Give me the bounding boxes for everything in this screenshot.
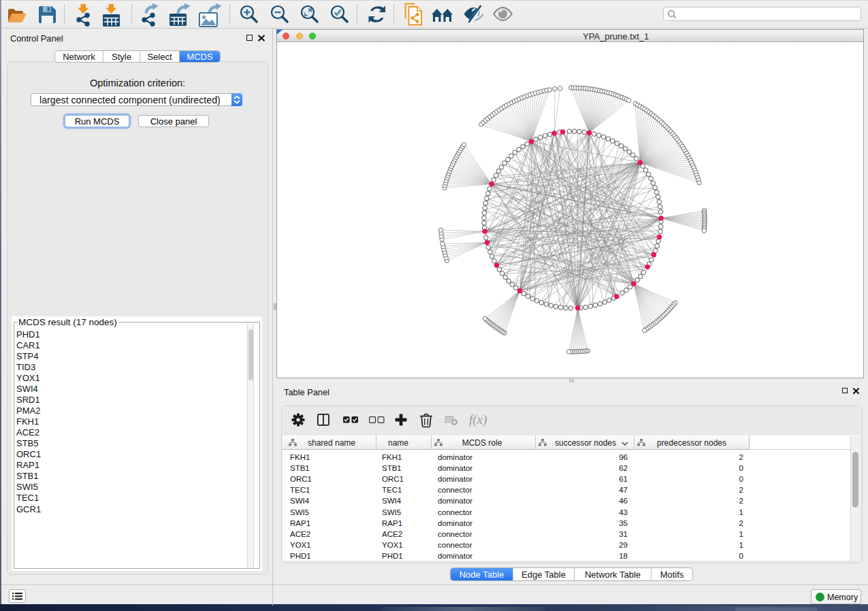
svg-text:f(x): f(x) bbox=[469, 412, 487, 427]
